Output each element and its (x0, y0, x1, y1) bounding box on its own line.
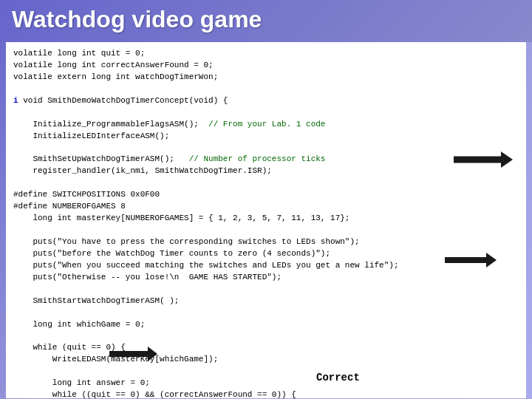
code-line-19: puts("When you succeed matching the swit… (13, 261, 399, 270)
code-line-10: SmithSetUpWatchDogTimerASM(); // Number … (13, 154, 325, 163)
slide-title: Watchdog video game (12, 6, 262, 33)
code-line-20: puts("Otherwise -- you lose!\n GAME HAS … (13, 273, 282, 282)
code-line-24: long int whichGame = 0; (13, 320, 145, 329)
code-line-5: i void SmithDemoWatchDogTimerConcept(voi… (13, 96, 228, 105)
code-block: volatile long int quit = 0; volatile lon… (13, 48, 519, 398)
code-line-26: while (quit == 0) { (13, 343, 126, 352)
title-bar: Watchdog video game (0, 0, 532, 42)
code-line-17: puts("You have to press the correspondin… (13, 237, 360, 246)
code-line-29: long int answer = 0; (13, 378, 150, 387)
code-line-18: puts("before the WatchDog Timer counts t… (13, 249, 330, 258)
code-line-14: #define NUMBEROFGAMES 8 (13, 202, 126, 211)
code-content-area: volatile long int quit = 0; volatile lon… (6, 42, 526, 398)
correct-label: Correct (316, 370, 360, 385)
code-line-7: Initialize_ProgrammableFlagsASM(); // Fr… (13, 120, 325, 129)
code-line-2: volatile long int correctAnswerFound = 0… (13, 61, 214, 69)
code-line-11: register_handler(ik_nmi, SmithWatchDogTi… (13, 166, 272, 175)
code-line-13: #define SWITCHPOSITIONS 0x0F00 (13, 190, 160, 199)
slide-container: Watchdog video game volatile long int qu… (0, 0, 532, 399)
code-line-30: while ((quit == 0) && (correctAnswerFoun… (13, 390, 296, 398)
code-line-3: volatile extern long int watchDogTimerWo… (13, 72, 218, 81)
code-line-22: SmithStartWatchDogTimerASM( ); (13, 296, 179, 305)
code-line-8: InitializeLEDInterfaceASM(); (13, 132, 169, 140)
code-line-1: volatile long int quit = 0; (13, 49, 145, 58)
code-line-15: long int masterKey[NUMBEROFGAMES] = { 1,… (13, 214, 349, 222)
